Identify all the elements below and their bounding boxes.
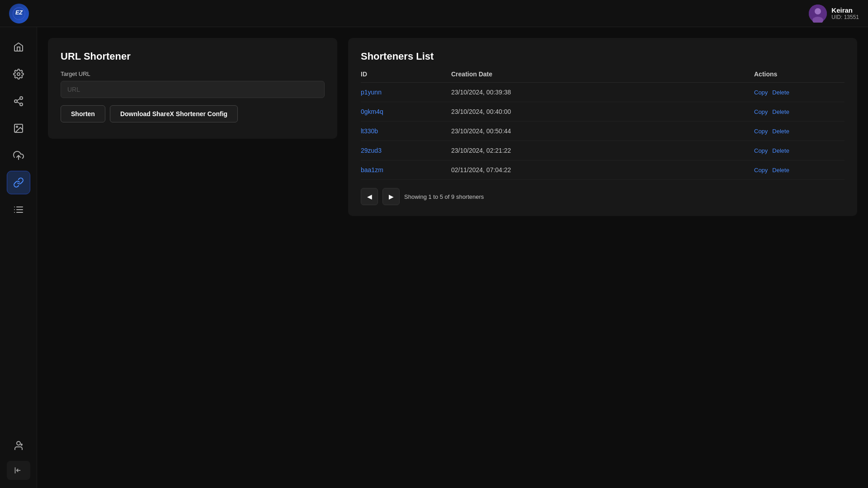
col-header-date: Creation Date [451,70,754,78]
copy-button-4[interactable]: Copy [754,167,768,174]
table-row: 0gkm4q 23/10/2024, 00:40:00 Copy Delete [361,102,844,122]
delete-button-3[interactable]: Delete [772,147,789,154]
table-header: ID Creation Date Actions [361,70,844,83]
row-actions-0: Copy Delete [754,89,844,96]
url-input[interactable] [61,81,325,98]
sidebar-item-settings[interactable] [7,62,30,86]
svg-line-10 [17,99,20,101]
row-date-4: 02/11/2024, 07:04:22 [451,166,754,174]
copy-button-1[interactable]: Copy [754,108,768,115]
table-row: 29zud3 23/10/2024, 02:21:22 Copy Delete [361,141,844,160]
pagination: ◀ ▶ Showing 1 to 5 of 9 shorteners [361,188,844,205]
row-date-0: 23/10/2024, 00:39:38 [451,89,754,96]
sidebar-item-share[interactable] [7,89,30,113]
sidebar-item-gallery[interactable] [7,117,30,140]
content-area: URL Shortener Target URL Shorten Downloa… [37,27,868,488]
svg-line-9 [17,102,20,104]
svg-point-3 [815,8,821,14]
table-row: p1yunn 23/10/2024, 00:39:38 Copy Delete [361,83,844,102]
copy-button-3[interactable]: Copy [754,147,768,154]
avatar [809,5,827,23]
row-id-4[interactable]: baa1zm [361,166,451,174]
row-id-3[interactable]: 29zud3 [361,147,451,154]
sidebar-collapse-button[interactable] [7,461,30,480]
row-date-3: 23/10/2024, 02:21:22 [451,147,754,154]
row-date-1: 23/10/2024, 00:40:00 [451,108,754,115]
shorteners-list-panel: Shorteners List ID Creation Date Actions… [348,38,857,216]
topbar: EZ Keiran UID: 13551 [0,0,868,27]
user-name: Keiran [831,6,853,14]
logo[interactable]: EZ [9,4,29,23]
target-url-label: Target URL [61,70,325,77]
shorteners-list-title: Shorteners List [361,51,844,62]
sidebar-item-list[interactable] [7,198,30,221]
svg-point-5 [17,73,20,75]
row-id-2[interactable]: lt330b [361,127,451,135]
button-row: Shorten Download ShareX Shortener Config [61,105,325,122]
row-actions-4: Copy Delete [754,167,844,174]
row-actions-3: Copy Delete [754,147,844,154]
row-id-1[interactable]: 0gkm4q [361,108,451,115]
delete-button-4[interactable]: Delete [772,167,789,174]
table-row: baa1zm 02/11/2024, 07:04:22 Copy Delete [361,160,844,180]
sidebar-item-shortener[interactable] [7,171,30,194]
sidebar [0,27,37,488]
copy-button-0[interactable]: Copy [754,89,768,96]
user-info: Keiran UID: 13551 [831,6,859,20]
row-actions-1: Copy Delete [754,108,844,115]
user-uid: UID: 13551 [831,14,859,20]
sidebar-item-upload[interactable] [7,144,30,167]
sidebar-item-home[interactable] [7,35,30,59]
pagination-info: Showing 1 to 5 of 9 shorteners [404,193,484,200]
row-id-0[interactable]: p1yunn [361,89,451,96]
row-actions-2: Copy Delete [754,128,844,135]
svg-text:EZ: EZ [15,9,23,16]
url-shortener-title: URL Shortener [61,51,325,62]
row-date-2: 23/10/2024, 00:50:44 [451,127,754,135]
delete-button-0[interactable]: Delete [772,89,789,96]
next-page-button[interactable]: ▶ [382,188,400,205]
delete-button-2[interactable]: Delete [772,128,789,135]
panels: URL Shortener Target URL Shorten Downloa… [48,38,857,216]
prev-page-button[interactable]: ◀ [361,188,378,205]
url-shortener-panel: URL Shortener Target URL Shorten Downloa… [48,38,337,139]
delete-button-1[interactable]: Delete [772,108,789,115]
col-header-id: ID [361,70,451,78]
table-row: lt330b 23/10/2024, 00:50:44 Copy Delete [361,122,844,141]
svg-point-20 [17,441,20,445]
shorten-button[interactable]: Shorten [61,105,105,122]
svg-point-12 [16,126,18,127]
col-header-actions: Actions [754,70,844,78]
user-profile[interactable]: Keiran UID: 13551 [809,5,859,23]
sidebar-item-user-settings[interactable] [7,434,30,457]
main-layout: URL Shortener Target URL Shorten Downloa… [0,27,868,488]
sharex-config-button[interactable]: Download ShareX Shortener Config [110,105,238,122]
copy-button-2[interactable]: Copy [754,128,768,135]
